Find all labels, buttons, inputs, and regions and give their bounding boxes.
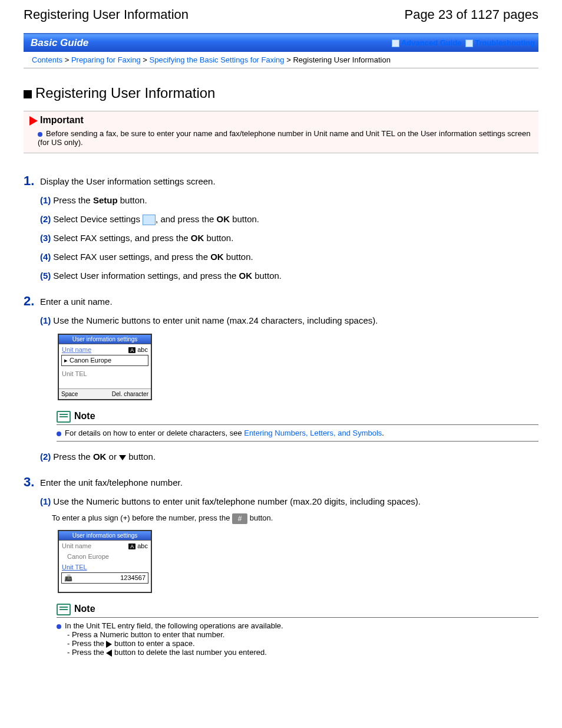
advanced-guide-link[interactable]: Advanced Guide [401, 38, 462, 47]
substep-num: (1) [40, 195, 51, 205]
step-title: Enter the unit fax/telephone number. [40, 475, 538, 490]
down-arrow-icon [119, 455, 126, 460]
ok-button-label: OK [191, 233, 204, 243]
substep-num: (1) [40, 496, 51, 506]
crumb-contents[interactable]: Contents [32, 55, 62, 64]
lcd-unit-name-label: Unit name [62, 346, 91, 353]
ok-button-label: OK [217, 214, 230, 224]
substep-num: (5) [40, 271, 51, 281]
bullet-icon [38, 132, 42, 137]
crumb-sep: > [65, 55, 70, 64]
lcd-unit-tel-value: 1234567 [120, 574, 146, 582]
banner-label: Basic Guide [31, 37, 88, 48]
crumb-preparing[interactable]: Preparing for Faxing [71, 55, 141, 64]
step-number: 3. [24, 475, 40, 490]
warning-triangle-icon [29, 116, 38, 126]
step-number: 1. [24, 173, 40, 189]
note-label: Note [74, 411, 95, 421]
note-icon [57, 411, 71, 423]
hash-button-icon: # [232, 513, 247, 524]
breadcrumb: Contents > Preparing for Faxing > Specif… [24, 52, 538, 68]
lcd-screenshot: User information settings Unit nameA abc… [58, 334, 152, 400]
lcd-fax-icon: 📠 [64, 574, 72, 582]
lcd-unit-name-value: ▸ Canon Europe [64, 357, 111, 364]
note-callout: Note In the Unit TEL entry field, the fo… [57, 604, 538, 660]
ok-button-label: OK [210, 252, 224, 262]
substep-num: (4) [40, 252, 51, 262]
troubleshooting-link[interactable]: Troubleshooting [475, 38, 535, 47]
important-label: Important [40, 115, 84, 125]
crumb-sep: > [286, 55, 291, 64]
lcd-delete-button: Del. character [112, 391, 148, 397]
left-arrow-icon [106, 650, 112, 657]
step-title: Display the User information settings sc… [40, 173, 538, 189]
square-icon [392, 39, 399, 47]
heading: Registering User Information [24, 85, 538, 101]
note-callout: Note For details on how to enter or dele… [57, 411, 538, 442]
lcd-title: User information settings [59, 531, 151, 541]
square-bullet-icon [24, 90, 32, 98]
important-callout: Important Before sending a fax, be sure … [24, 111, 538, 153]
lcd-unit-tel-label: Unit TEL [62, 370, 87, 377]
step-title: Enter a unit name. [40, 294, 538, 309]
bullet-icon [57, 431, 61, 436]
substep-num: (2) [40, 214, 51, 224]
lcd-mode-icon: A [128, 347, 135, 353]
note-icon [57, 604, 71, 615]
page-indicator: Page 23 of 1127 pages [404, 7, 538, 22]
note-line: - Press a Numeric button to enter that n… [57, 630, 538, 639]
crumb-sep: > [143, 55, 147, 64]
guide-banner: Basic Guide Advanced Guide Troubleshooti… [24, 33, 538, 52]
step-number: 2. [24, 294, 40, 309]
crumb-basic-settings[interactable]: Specifying the Basic Settings for Faxing [150, 55, 285, 64]
lcd-unit-tel-label: Unit TEL [62, 564, 87, 571]
entering-symbols-link[interactable]: Entering Numbers, Letters, and Symbols [244, 429, 382, 437]
important-text: Before sending a fax, be sure to enter y… [38, 129, 530, 147]
ok-button-label: OK [239, 271, 253, 281]
device-settings-icon [143, 215, 156, 225]
square-icon [465, 39, 473, 47]
substep-num: (2) [40, 452, 51, 462]
crumb-current: Registering User Information [293, 55, 390, 64]
right-arrow-icon [106, 641, 112, 648]
lcd-screenshot: User information settings Unit nameA abc… [58, 530, 152, 593]
lcd-space-button: Space [61, 391, 78, 397]
lcd-title: User information settings [59, 335, 151, 344]
ok-button-label: OK [93, 452, 107, 462]
bullet-icon [57, 624, 61, 629]
substep-num: (1) [40, 315, 51, 325]
substep-num: (3) [40, 233, 51, 243]
page-title: Registering User Information [24, 7, 189, 22]
lcd-mode-icon: A [128, 543, 135, 549]
note-label: Note [74, 604, 95, 614]
lcd-unit-name-label: Unit name [62, 542, 91, 549]
lcd-unit-name-value: Canon Europe [67, 553, 109, 560]
